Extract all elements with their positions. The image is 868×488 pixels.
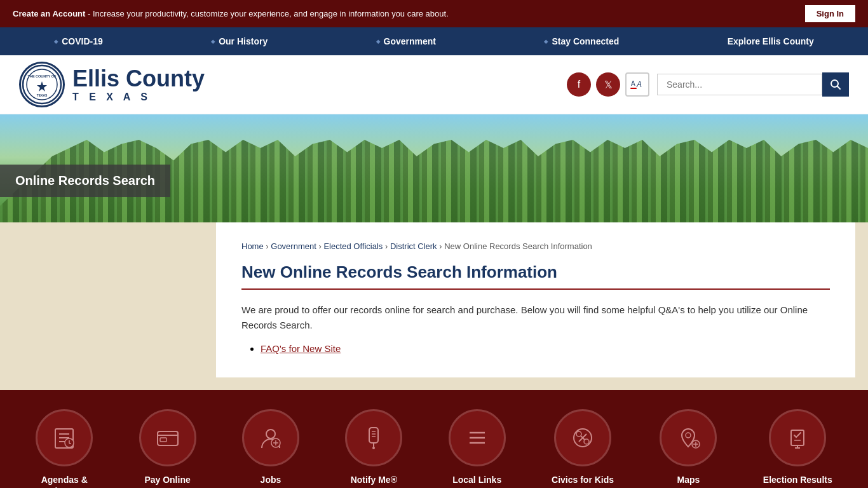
nav-dot: ◆ [544,39,548,44]
agendas-label: Agendas &Minutes [41,474,88,488]
breadcrumb-district-clerk[interactable]: District Clerk [390,241,437,251]
maps-icon [660,409,717,466]
page-heading: New Online Records Search Information [241,262,830,290]
hero-banner: Online Records Search [0,114,868,222]
footer-item-local-links[interactable]: Local Links [449,409,506,485]
pay-online-icon [139,409,196,466]
sidebar-title: Online Records Search [15,173,155,187]
logo-area: THE COUNTY OF TEXAS Ellis County T E X A… [19,62,205,107]
svg-point-29 [372,447,375,449]
svg-text:TEXAS: TEXAS [37,93,48,97]
main-content: Home › Government › Elected Officials › … [216,222,855,377]
footer-item-civics[interactable]: Civics for Kids [552,409,614,485]
search-input[interactable] [657,74,822,95]
svg-rect-17 [158,431,178,445]
pay-online-label: Pay Online [144,474,190,485]
breadcrumb-elected-officials[interactable]: Elected Officials [323,241,383,251]
footer-item-jobs[interactable]: Jobs [242,409,299,485]
county-seal: THE COUNTY OF TEXAS [19,62,65,107]
top-banner: Create an Account - Increase your produc… [0,0,868,27]
page-title-overlay: Online Records Search [0,165,170,197]
nav-dot: ◆ [211,39,215,44]
footer-item-notify[interactable]: Notify Me® [345,409,402,485]
content-body: We are proud to offer our records online… [241,302,830,333]
svg-point-20 [266,430,275,438]
local-links-label: Local Links [452,474,501,485]
nav-item-government[interactable]: ◆ Government [363,27,449,55]
footer-item-pay-online[interactable]: Pay Online [139,409,196,485]
footer-item-maps[interactable]: Maps [660,409,717,485]
breadcrumb: Home › Government › Elected Officials › … [241,241,830,251]
svg-text:A: A [636,80,642,89]
main-nav: ◆ COVID-19 ◆ Our History ◆ Government ◆ … [0,27,868,55]
search-area [657,72,849,97]
nav-dot: ◆ [54,39,58,44]
site-name-area: Ellis County T E X A S [72,66,205,103]
content-wrapper: Home › Government › Elected Officials › … [0,222,868,390]
svg-point-38 [686,433,691,438]
nav-item-history[interactable]: ◆ Our History [198,27,280,55]
svg-line-9 [837,86,841,90]
facebook-icon[interactable]: f [567,72,591,97]
breadcrumb-government[interactable]: Government [271,241,316,251]
faq-link[interactable]: FAQ's for New Site [261,343,341,354]
svg-rect-42 [791,430,804,445]
site-name: Ellis County [72,66,205,92]
svg-marker-3 [37,81,47,92]
maps-label: Maps [677,474,700,485]
content-links-list: FAQ's for New Site [261,343,830,355]
svg-text:A: A [631,80,635,87]
footer-item-election[interactable]: Election Results [763,409,832,485]
local-links-icon [449,409,506,466]
breadcrumb-home[interactable]: Home [241,241,264,251]
agendas-icon [36,409,93,466]
civics-icon [554,409,611,466]
election-label: Election Results [763,474,832,485]
banner-message: Create an Account - Increase your produc… [13,9,449,18]
site-subtitle: T E X A S [72,92,205,103]
notify-me-icon [345,409,402,466]
search-button[interactable] [822,72,849,97]
election-icon [769,409,826,466]
twitter-icon[interactable]: 𝕏 [596,72,620,97]
svg-point-36 [576,431,581,437]
svg-rect-19 [160,438,166,442]
header-right: f 𝕏 A A [567,72,849,97]
svg-rect-7 [630,88,637,89]
translate-icon[interactable]: A A [625,72,649,97]
svg-point-37 [584,439,589,444]
footer-item-agendas[interactable]: Agendas &Minutes [36,409,93,488]
notify-label: Notify Me® [351,474,397,485]
breadcrumb-current: New Online Records Search Information [444,241,592,251]
svg-rect-24 [369,428,378,443]
nav-item-explore[interactable]: Explore Ellis County [715,27,827,55]
nav-item-stay-connected[interactable]: ◆ Stay Connected [531,27,632,55]
nav-dot: ◆ [376,39,380,44]
jobs-label: Jobs [261,474,281,485]
site-header: THE COUNTY OF TEXAS Ellis County T E X A… [0,55,868,114]
sign-in-button[interactable]: Sign In [805,5,855,22]
social-icons: f 𝕏 A A [567,72,649,97]
jobs-icon [242,409,299,466]
footer-links: Agendas &Minutes Pay Online Jobs [0,390,868,488]
svg-text:THE COUNTY OF: THE COUNTY OF [28,74,57,78]
nav-item-covid[interactable]: ◆ COVID-19 [41,27,116,55]
civics-label: Civics for Kids [552,474,614,485]
